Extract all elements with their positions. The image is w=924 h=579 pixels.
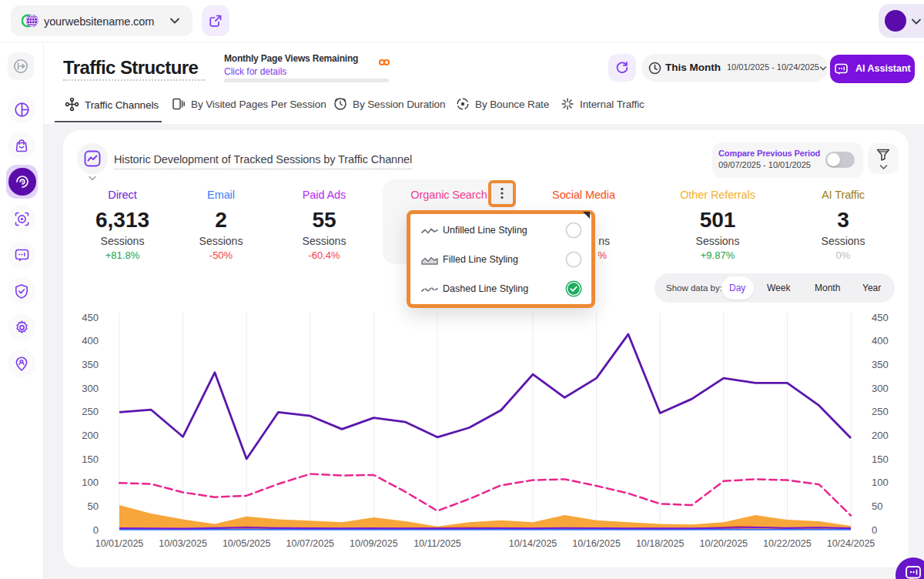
svg-text:10/11/2025: 10/11/2025 xyxy=(413,538,461,549)
svg-text:450: 450 xyxy=(872,312,889,323)
svg-text:10/01/2025: 10/01/2025 xyxy=(95,538,144,549)
svg-text:0: 0 xyxy=(93,524,99,536)
svg-text:350: 350 xyxy=(872,359,889,370)
svg-text:10/18/2025: 10/18/2025 xyxy=(636,538,685,549)
svg-text:300: 300 xyxy=(872,383,889,394)
svg-text:10/05/2025: 10/05/2025 xyxy=(223,538,271,549)
svg-text:10/22/2025: 10/22/2025 xyxy=(763,538,812,549)
svg-text:150: 150 xyxy=(82,453,99,465)
svg-text:450: 450 xyxy=(82,312,99,323)
svg-text:10/09/2025: 10/09/2025 xyxy=(350,538,398,549)
svg-text:50: 50 xyxy=(872,500,882,512)
svg-text:250: 250 xyxy=(872,406,889,417)
svg-text:200: 200 xyxy=(82,430,99,441)
svg-text:0: 0 xyxy=(872,524,877,536)
svg-text:250: 250 xyxy=(82,406,99,417)
svg-text:10/03/2025: 10/03/2025 xyxy=(159,538,207,549)
svg-text:10/20/2025: 10/20/2025 xyxy=(700,538,748,549)
svg-text:200: 200 xyxy=(872,430,889,441)
svg-text:150: 150 xyxy=(872,453,889,465)
svg-text:10/16/2025: 10/16/2025 xyxy=(572,538,621,549)
svg-text:50: 50 xyxy=(88,500,99,512)
svg-text:100: 100 xyxy=(872,477,889,488)
svg-text:300: 300 xyxy=(82,383,99,394)
svg-text:100: 100 xyxy=(82,477,99,488)
svg-text:10/07/2025: 10/07/2025 xyxy=(286,538,335,549)
svg-text:10/14/2025: 10/14/2025 xyxy=(509,538,557,549)
svg-text:10/24/2025: 10/24/2025 xyxy=(827,538,875,549)
svg-text:400: 400 xyxy=(82,335,99,346)
svg-text:350: 350 xyxy=(82,359,99,370)
svg-text:400: 400 xyxy=(872,335,889,346)
